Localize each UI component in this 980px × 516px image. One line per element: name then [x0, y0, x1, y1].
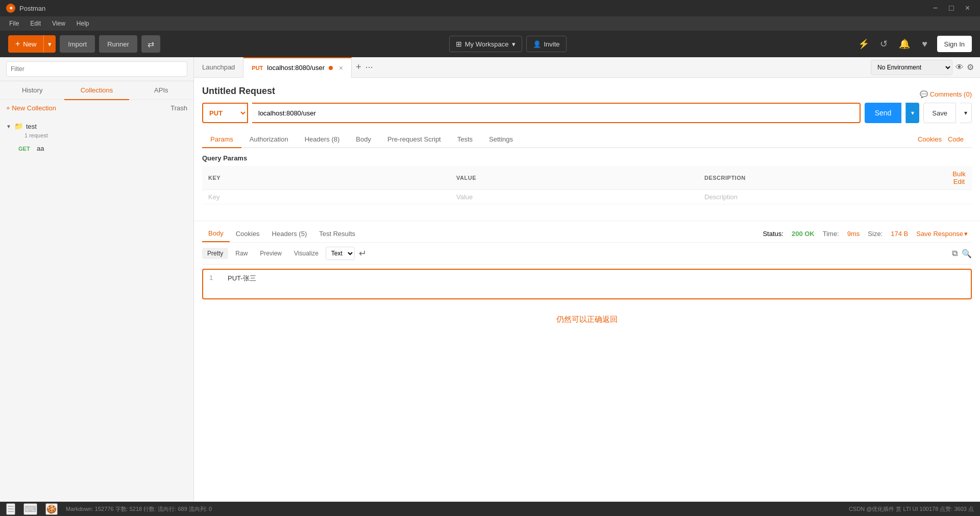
tab-params[interactable]: Params: [202, 131, 241, 148]
cookies-link[interactable]: Cookies: [918, 135, 942, 143]
new-button[interactable]: + New ▾: [8, 35, 56, 53]
collection-row[interactable]: ▼ 📁 test: [6, 120, 187, 132]
description-input[interactable]: [704, 193, 940, 201]
resp-pretty-tab[interactable]: Pretty: [202, 248, 228, 259]
code-link[interactable]: Code: [948, 135, 964, 143]
workspace-button[interactable]: ⊞ My Workspace ▾: [449, 36, 522, 52]
resp-tab-cookies[interactable]: Cookies: [230, 226, 266, 242]
tab-authorization[interactable]: Authorization: [241, 131, 297, 147]
interceptor-button[interactable]: ⇄: [141, 35, 160, 53]
request-tabs: Params Authorization Headers (8) Body Pr…: [202, 131, 972, 148]
menu-help[interactable]: Help: [71, 18, 94, 29]
tab-history[interactable]: History: [0, 81, 64, 99]
runner-button[interactable]: Runner: [99, 35, 137, 53]
resp-visualize-tab[interactable]: Visualize: [289, 248, 324, 259]
tab-pre-request[interactable]: Pre-request Script: [379, 131, 449, 147]
request-title: Untitled Request: [202, 86, 275, 97]
environment-select[interactable]: No Environment: [871, 60, 952, 75]
filter-input[interactable]: [6, 61, 187, 77]
tab-body[interactable]: Body: [348, 131, 379, 147]
launchpad-tab[interactable]: Launchpad: [194, 57, 243, 78]
tab-collections[interactable]: Collections: [64, 81, 129, 100]
response-icons: ⧉ 🔍: [952, 249, 972, 259]
tab-settings[interactable]: Settings: [481, 131, 521, 147]
env-eye-button[interactable]: 👁: [955, 63, 964, 72]
collection-item[interactable]: ▼ 📁 test 1 request: [0, 116, 193, 143]
value-input[interactable]: [456, 193, 692, 201]
tab-tests[interactable]: Tests: [449, 131, 481, 147]
bottom-right-text: CSDN @优化插件 赏 LTI UI 100178 点赞: 3603 点: [849, 505, 974, 513]
send-button[interactable]: Send: [865, 103, 902, 123]
save-response-button[interactable]: Save Response ▾: [916, 230, 968, 238]
sidebar-actions: + New Collection Trash: [0, 100, 193, 116]
key-header: KEY: [202, 166, 450, 190]
resp-tab-headers[interactable]: Headers (5): [266, 226, 313, 242]
cookie-button[interactable]: 🍪: [45, 503, 58, 515]
menu-file[interactable]: File: [4, 18, 24, 29]
resp-preview-tab[interactable]: Preview: [255, 248, 287, 259]
sidebar-toggle-button[interactable]: ☰: [6, 503, 15, 515]
wrap-icon-button[interactable]: ↵: [357, 248, 369, 259]
tab-close-button[interactable]: ×: [339, 64, 343, 72]
method-select[interactable]: PUT: [202, 103, 248, 123]
resp-raw-tab[interactable]: Raw: [230, 248, 253, 259]
params-table: KEY VALUE DESCRIPTION Bulk Edit: [202, 166, 972, 204]
toolbar-right: ⚡ ↺ 🔔 ♥ Sign In: [855, 36, 972, 52]
console-button[interactable]: ⌨: [23, 503, 37, 515]
response-area: Body Cookies Headers (5) Test Results St…: [194, 221, 980, 333]
collapse-icon: ▼: [6, 124, 11, 129]
titlebar-left: ✦ Postman: [6, 4, 45, 13]
response-message: 仍然可以正确返回: [202, 315, 972, 324]
response-body-tabs: Pretty Raw Preview Visualize Text ↵ ⧉ 🔍: [202, 243, 972, 265]
grid-icon: ⊞: [456, 40, 462, 48]
sidebar-search: [0, 57, 193, 81]
response-status: Status: 200 OK Time: 9ms Size: 174 B Sav…: [763, 230, 972, 238]
menu-view[interactable]: View: [47, 18, 70, 29]
maximize-button[interactable]: □: [945, 3, 958, 14]
folder-icon: 📁: [14, 122, 23, 130]
save-button[interactable]: Save: [923, 103, 956, 123]
more-tabs-button[interactable]: ···: [365, 62, 373, 73]
bottom-right: CSDN @优化插件 赏 LTI UI 100178 点赞: 3603 点: [849, 505, 974, 513]
request-tab[interactable]: PUT localhost:8080/user ×: [243, 57, 352, 78]
tab-url: localhost:8080/user: [267, 64, 325, 72]
trash-button[interactable]: Trash: [170, 104, 187, 112]
tab-headers[interactable]: Headers (8): [297, 131, 348, 147]
history-button[interactable]: ↺: [876, 36, 892, 52]
response-tabs-bar: Body Cookies Headers (5) Test Results St…: [202, 221, 972, 243]
heart-button[interactable]: ♥: [917, 36, 933, 52]
signin-button[interactable]: Sign In: [937, 36, 972, 52]
copy-response-button[interactable]: ⧉: [952, 249, 958, 259]
save-dropdown-button[interactable]: ▾: [960, 103, 972, 123]
app-logo: ✦: [6, 4, 15, 13]
search-response-button[interactable]: 🔍: [962, 249, 972, 259]
line-number: 1: [209, 274, 219, 283]
tab-apis[interactable]: APIs: [129, 81, 193, 99]
new-button-arrow[interactable]: ▾: [44, 35, 56, 53]
invite-button[interactable]: 👤 Invite: [526, 36, 567, 52]
add-tab-button[interactable]: +: [356, 62, 361, 73]
notifications-button[interactable]: 🔔: [896, 36, 913, 52]
minimize-button[interactable]: −: [929, 3, 942, 14]
send-dropdown-button[interactable]: ▾: [905, 103, 919, 123]
save-response-label: Save Response: [916, 230, 963, 238]
env-gear-button[interactable]: ⚙: [967, 62, 974, 72]
comments-label: Comments (0): [930, 90, 972, 98]
close-button[interactable]: ×: [961, 3, 974, 14]
bulk-edit-button[interactable]: Bulk Edit: [952, 170, 966, 185]
resp-tab-test-results[interactable]: Test Results: [313, 226, 361, 242]
lightning-button[interactable]: ⚡: [855, 36, 872, 52]
request-area: Untitled Request 💬 Comments (0) PUT Send…: [194, 78, 980, 221]
comments-button[interactable]: 💬 Comments (0): [920, 90, 972, 98]
import-button[interactable]: Import: [60, 35, 95, 53]
url-input[interactable]: [252, 103, 861, 123]
text-format-select[interactable]: Text: [326, 247, 355, 260]
key-input[interactable]: [208, 193, 444, 201]
new-collection-button[interactable]: + New Collection: [6, 104, 56, 112]
collection-name: test: [26, 123, 37, 130]
user-plus-icon: 👤: [533, 40, 541, 48]
new-button-main[interactable]: + New: [8, 35, 44, 53]
resp-tab-body[interactable]: Body: [202, 225, 230, 242]
menu-edit[interactable]: Edit: [25, 18, 46, 29]
list-item[interactable]: GET aa: [0, 143, 193, 154]
